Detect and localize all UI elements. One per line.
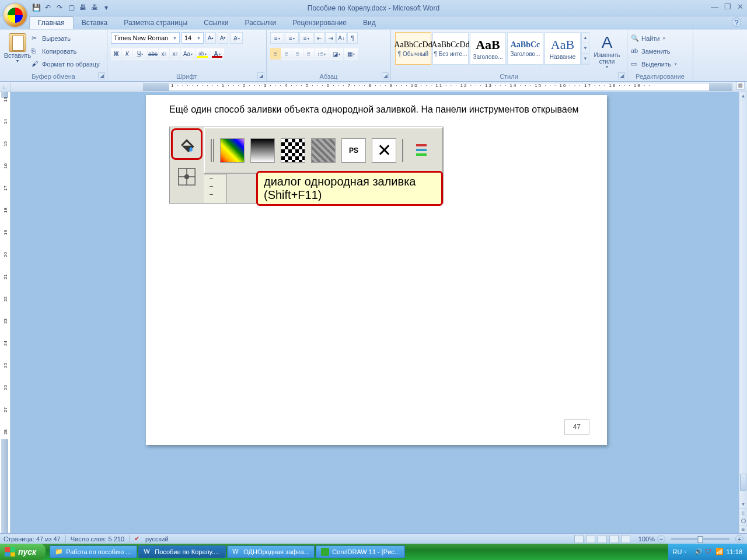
underline-icon[interactable]: Ч▾: [133, 48, 147, 60]
view-full-screen-icon[interactable]: [586, 535, 595, 543]
align-left-icon[interactable]: ≡: [270, 48, 281, 60]
sort-icon[interactable]: A↓: [336, 32, 347, 44]
vertical-ruler[interactable]: 13141516171819202122232425262728: [0, 92, 11, 533]
next-page-icon[interactable]: ≡: [739, 525, 747, 533]
spellcheck-icon[interactable]: ✔: [134, 535, 139, 542]
qat-more-icon[interactable]: ▾: [102, 3, 111, 12]
zoom-slider[interactable]: [671, 538, 729, 540]
change-styles-button[interactable]: A Изменить стили ▼: [591, 31, 623, 73]
borders-icon[interactable]: ▦▾: [344, 48, 358, 60]
tab-insert[interactable]: Вставка: [74, 17, 116, 29]
minimize-icon[interactable]: —: [711, 2, 718, 11]
shading-icon[interactable]: ◪▾: [329, 48, 343, 60]
style-heading1[interactable]: AaB Заголово...: [470, 32, 506, 65]
zoom-value[interactable]: 100%: [638, 536, 655, 542]
scroll-up-icon[interactable]: ▲: [739, 92, 747, 100]
style-title[interactable]: AaB Название: [544, 32, 581, 65]
tray-clock[interactable]: 11:18: [726, 548, 742, 555]
multilevel-icon[interactable]: ≡▾: [299, 32, 313, 44]
browse-object-icon[interactable]: [739, 517, 747, 525]
font-size-dropdown[interactable]: 14▼: [181, 32, 204, 44]
status-language[interactable]: русский: [145, 536, 168, 542]
tray-network-icon[interactable]: 📶: [715, 548, 724, 556]
taskbar-item-word2[interactable]: W ОДНОродная зафка...: [227, 545, 315, 558]
select-button[interactable]: ▭Выделить▾: [631, 58, 689, 70]
find-button[interactable]: 🔍Найти▾: [631, 33, 689, 44]
font-color-icon[interactable]: A▾: [210, 48, 224, 60]
paragraph-launcher-icon[interactable]: ◢: [382, 72, 389, 79]
clipboard-launcher-icon[interactable]: ◢: [98, 72, 105, 79]
save-icon[interactable]: 💾: [32, 3, 41, 12]
taskbar-item-corel[interactable]: CorelDRAW 11 - [Рис...: [316, 545, 405, 558]
taskbar-item-word-active[interactable]: W Пособие по Корелу....: [138, 545, 226, 558]
quick-print-icon[interactable]: 🖶: [78, 3, 88, 12]
tab-references[interactable]: Ссылки: [196, 17, 236, 29]
subscript-icon[interactable]: x2: [159, 48, 169, 60]
restore-icon[interactable]: ❐: [724, 2, 731, 11]
print-preview-icon[interactable]: 🖶: [90, 3, 99, 12]
document-page[interactable]: Ещё один способ заливки объекта однородн…: [146, 95, 607, 445]
format-painter-button[interactable]: 🖌Формат по образцу: [32, 58, 100, 70]
style-normal[interactable]: AaBbCcDd ¶ Обычный: [395, 32, 431, 65]
tray-shield-icon[interactable]: 🛡: [705, 548, 713, 556]
show-hide-icon[interactable]: ¶: [347, 32, 358, 44]
styles-up-icon[interactable]: ▲: [582, 33, 589, 43]
tab-selector-icon[interactable]: ∟: [0, 82, 11, 92]
status-page[interactable]: Страница: 47 из 47: [4, 536, 61, 542]
style-no-spacing[interactable]: AaBbCcDd ¶ Без инте...: [432, 32, 469, 65]
line-spacing-icon[interactable]: ↕≡▾: [315, 48, 329, 60]
view-print-layout-icon[interactable]: [574, 535, 584, 543]
styles-down-icon[interactable]: ▼: [582, 43, 589, 54]
change-case-icon[interactable]: Aa▾: [181, 48, 195, 60]
scroll-thumb[interactable]: [740, 474, 746, 491]
tab-page-layout[interactable]: Разметка страницы: [116, 17, 196, 29]
view-draft-icon[interactable]: [621, 535, 630, 543]
increase-indent-icon[interactable]: ⇥: [325, 32, 336, 44]
taskbar-item-folder[interactable]: 📁 Работа по пособию ...: [50, 545, 137, 558]
tray-lang[interactable]: RU: [673, 548, 682, 555]
justify-icon[interactable]: ≡: [303, 48, 314, 60]
align-center-icon[interactable]: ≡: [281, 48, 292, 60]
new-icon[interactable]: ▢: [67, 3, 76, 12]
vertical-scrollbar[interactable]: ▲ ▼ ≡ ≡: [739, 92, 747, 533]
zoom-out-icon[interactable]: −: [657, 535, 665, 543]
bold-icon[interactable]: Ж: [111, 48, 121, 60]
view-outline-icon[interactable]: [609, 535, 619, 543]
tray-arrow-icon[interactable]: ‹: [684, 548, 692, 556]
zoom-in-icon[interactable]: +: [735, 535, 743, 543]
office-button[interactable]: [2, 2, 28, 28]
replace-button[interactable]: abЗаменить: [631, 46, 689, 57]
view-web-icon[interactable]: [598, 535, 607, 543]
redo-icon[interactable]: ↷: [55, 3, 64, 12]
font-name-dropdown[interactable]: Times New Roman▼: [111, 32, 180, 44]
prev-page-icon[interactable]: ≡: [739, 509, 747, 517]
grow-font-icon[interactable]: A▴: [205, 32, 216, 44]
italic-icon[interactable]: К: [122, 48, 132, 60]
scroll-down-icon[interactable]: ▼: [739, 501, 747, 509]
close-icon[interactable]: ✕: [737, 2, 743, 11]
highlight-icon[interactable]: ab▾: [196, 48, 210, 60]
tab-view[interactable]: Вид: [355, 17, 384, 29]
toggle-ruler-icon[interactable]: ▤: [736, 82, 745, 90]
help-icon[interactable]: ?: [732, 18, 741, 27]
shrink-font-icon[interactable]: A▾: [218, 32, 228, 44]
align-right-icon[interactable]: ≡: [292, 48, 303, 60]
tab-mailings[interactable]: Рассылки: [236, 17, 284, 29]
styles-more-icon[interactable]: ▼: [582, 54, 589, 64]
undo-icon[interactable]: ↶: [43, 3, 53, 12]
numbering-icon[interactable]: ≡▾: [285, 32, 299, 44]
paste-button[interactable]: Вставить ▼: [4, 31, 32, 73]
status-words[interactable]: Число слов: 5 210: [71, 536, 124, 542]
clear-formatting-icon[interactable]: A̷▾: [230, 32, 243, 44]
superscript-icon[interactable]: x2: [170, 48, 180, 60]
horizontal-ruler[interactable]: 1 · · · · · · · · · 1 · · · 2 · · · 3 · …: [143, 83, 732, 91]
copy-button[interactable]: ⎘Копировать: [32, 46, 100, 57]
start-button[interactable]: пуск: [0, 544, 46, 560]
cut-button[interactable]: ✂Вырезать: [32, 33, 100, 44]
styles-launcher-icon[interactable]: ◢: [618, 72, 625, 79]
bullets-icon[interactable]: ≡▾: [270, 32, 284, 44]
style-heading2[interactable]: AaBbCc Заголово...: [507, 32, 543, 65]
tray-sound-icon[interactable]: 🔊: [694, 548, 703, 556]
font-launcher-icon[interactable]: ◢: [257, 72, 264, 79]
strikethrough-icon[interactable]: abc: [148, 48, 158, 60]
